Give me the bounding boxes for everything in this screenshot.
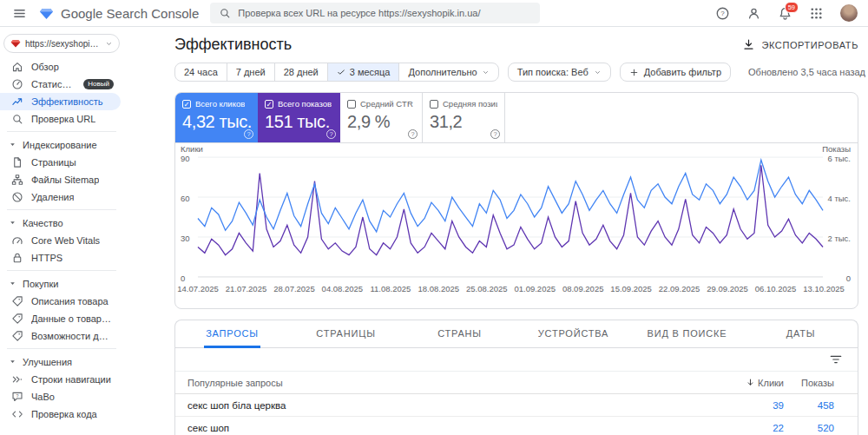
sidebar-item-pages[interactable]: Страницы — [0, 154, 121, 171]
url-inspection-searchbox[interactable] — [210, 3, 540, 23]
sidebar-item-breadcrumbs[interactable]: Строки навигации — [0, 371, 121, 388]
tab-devices[interactable]: УСТРОЙСТВА — [516, 320, 630, 347]
avatar[interactable] — [840, 4, 858, 22]
date-range-28d[interactable]: 28 дней — [274, 63, 327, 81]
table-filter-button[interactable] — [829, 353, 843, 366]
search-type-chip[interactable]: Тип поиска: Веб — [508, 63, 611, 82]
dimension-tabs: ЗАПРОСЫСТРАНИЦЫСТРАНЫУСТРОЙСТВАВИД В ПОИ… — [175, 320, 858, 348]
sidebar-section-experience[interactable]: Качество — [0, 214, 174, 232]
clicks-cell: 22 — [732, 423, 784, 433]
collapse-triangle-icon — [9, 358, 16, 366]
sidebar-item-performance[interactable]: Эффективность — [0, 93, 121, 110]
notifications-button[interactable]: 59 — [778, 6, 792, 21]
table-row[interactable]: секс шоп біла церква39458 — [175, 394, 858, 417]
chip-label: 28 дней — [284, 67, 319, 77]
sidebar-item-overview[interactable]: Обзор — [0, 58, 121, 76]
impressions-column-header[interactable]: Показы — [784, 378, 834, 388]
date-range-3m[interactable]: 3 месяца — [327, 63, 399, 81]
date-range-7d[interactable]: 7 дней — [227, 63, 274, 81]
sidebar-section-indexing[interactable]: Индексирование — [0, 135, 174, 154]
account-button[interactable] — [746, 6, 761, 21]
add-filter-chip[interactable]: Добавить фильтр — [620, 63, 731, 82]
property-gem-icon — [10, 38, 21, 49]
sidebar-item-label: Проверка URL — [31, 114, 95, 124]
help-icon: ? — [715, 6, 730, 21]
tab-search-appearance[interactable]: ВИД В ПОИСКЕ — [630, 320, 744, 347]
right-axis-tick: 6 тыс. — [828, 154, 852, 163]
download-icon — [742, 38, 755, 51]
sidebar-item-faq[interactable]: ?ЧаВо — [0, 388, 121, 405]
tab-dates[interactable]: ДАТЫ — [744, 320, 858, 347]
sidebar-divider — [7, 270, 116, 271]
metric-card-average-position[interactable]: Средняя позиция31,2? — [423, 93, 505, 142]
left-axis-tick: 90 — [181, 154, 190, 163]
sidebar-item-code-check[interactable]: Проверка кода — [0, 405, 121, 423]
dimensions-panel: ЗАПРОСЫСТРАНИЦЫСТРАНЫУСТРОЙСТВАВИД В ПОИ… — [174, 320, 858, 435]
clicks-column-header[interactable]: Клики — [732, 378, 784, 388]
export-button[interactable]: ЭКСПОРТИРОВАТЬ — [742, 38, 858, 51]
sidebar-item-label: Описания товара — [31, 296, 108, 306]
x-axis-label: 06.10.2025 — [753, 284, 799, 293]
sidebar-item-removals[interactable]: Удаления — [0, 188, 121, 206]
property-selector[interactable]: https://sexyshopik.in.ua/ — [3, 34, 120, 53]
sidebar-item-label: Обзор — [31, 62, 59, 72]
svg-text:?: ? — [16, 393, 18, 399]
collapse-triangle-icon — [9, 219, 16, 227]
sidebar-item-label: Данные о товарах прод... — [31, 313, 114, 324]
sidebar-item-shopping-opportunities[interactable]: Возможности для прод... — [0, 327, 121, 345]
metric-card-total-clicks[interactable]: ✓Всего кликов4,32 тыс.? — [175, 93, 258, 142]
search-console-logo[interactable]: Google Search Console — [39, 6, 199, 21]
collapse-triangle-icon — [9, 141, 16, 148]
google-apps-button[interactable] — [809, 6, 824, 21]
sidebar-item-url-inspection[interactable]: Проверка URL — [0, 110, 121, 128]
impressions-cell: 458 — [784, 400, 834, 411]
metric-card-total-impressions[interactable]: ✓Всего показов151 тыс.? — [258, 93, 340, 142]
svg-text:?: ? — [720, 10, 725, 17]
metric-help-icon[interactable]: ? — [326, 129, 336, 139]
sidebar-item-https[interactable]: HTTPS — [0, 249, 121, 267]
faq-icon: ? — [11, 391, 23, 403]
sidebar-section-enhancements[interactable]: Улучшения — [0, 353, 174, 371]
plus-icon — [629, 68, 639, 77]
sidebar-divider — [7, 209, 116, 210]
tab-label: ДАТЫ — [785, 320, 818, 348]
x-axis-label: 08.09.2025 — [561, 284, 606, 293]
x-axis-label: 18.08.2025 — [416, 284, 461, 293]
page-icon — [11, 156, 23, 168]
metric-help-icon[interactable]: ? — [244, 129, 253, 139]
x-axis-label: 01.09.2025 — [512, 284, 557, 293]
table-row[interactable]: секс шоп22520 — [175, 417, 858, 435]
metric-help-icon[interactable]: ? — [408, 129, 418, 139]
tab-pages[interactable]: СТРАНИЦЫ — [289, 320, 403, 347]
sidebar-item-insights[interactable]: СтатистикаНовый — [0, 76, 121, 93]
sidebar-item-label: ЧаВо — [31, 392, 55, 402]
date-range-advanced[interactable]: Дополнительно — [398, 63, 497, 81]
hamburger-menu-button[interactable] — [12, 6, 27, 21]
sidebar-item-product-snippets[interactable]: Описания товара — [0, 293, 121, 310]
query-cell[interactable]: секс шоп біла церква — [175, 400, 732, 411]
tab-label: ЗАПРОСЫ — [204, 320, 260, 348]
search-input[interactable] — [238, 8, 531, 18]
date-range-24h[interactable]: 24 часа — [175, 63, 227, 81]
metric-checkbox[interactable] — [347, 100, 356, 109]
query-cell[interactable]: секс шоп — [175, 423, 732, 433]
tab-countries[interactable]: СТРАНЫ — [403, 320, 516, 347]
metric-value: 151 тыс. — [265, 112, 333, 132]
metric-checkbox[interactable]: ✓ — [265, 100, 273, 109]
tab-queries[interactable]: ЗАПРОСЫ — [175, 320, 289, 347]
metric-checkbox[interactable]: ✓ — [182, 100, 191, 109]
sidebar-section-shopping[interactable]: Покупки — [0, 274, 174, 293]
metric-label: Средняя позиция — [443, 99, 497, 109]
sidebar-item-core-web-vitals[interactable]: Core Web Vitals — [0, 232, 121, 249]
help-button[interactable]: ? — [715, 6, 730, 21]
sort-descending-icon — [746, 378, 755, 387]
chart-area: КликиПоказы90603006 тыс.4 тыс.2 тыс.014.… — [175, 143, 858, 308]
sidebar-item-merchant-listings[interactable]: Данные о товарах прод... — [0, 310, 121, 327]
right-axis-title: Показы — [822, 144, 851, 154]
metric-card-average-ctr[interactable]: Средний CTR2,9 %? — [340, 93, 423, 142]
metric-help-icon[interactable]: ? — [490, 129, 500, 139]
sidebar-item-sitemaps[interactable]: Файлы Sitemap — [0, 171, 121, 188]
filter-icon — [829, 353, 843, 366]
metric-checkbox[interactable] — [430, 100, 438, 109]
clicks-cell: 39 — [732, 400, 784, 411]
